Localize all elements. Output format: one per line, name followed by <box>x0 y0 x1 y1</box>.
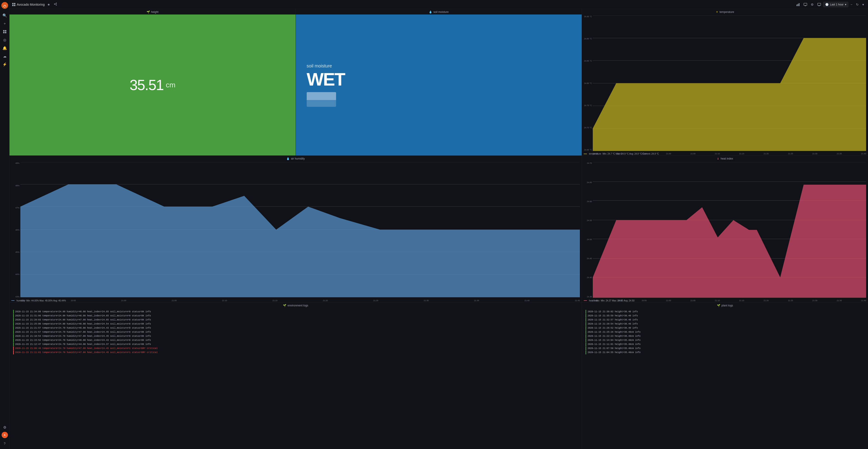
env-log-line: 2020-11-15 21:31:06 temperature=24.90 hu… <box>13 314 578 318</box>
svg-rect-4 <box>3 32 4 33</box>
env-logs-icon: 🌱 <box>283 304 286 307</box>
plus-sidebar-icon[interactable]: ＋ <box>1 20 8 27</box>
plant-log-line: 2020-11-15 21:32:57 height=36.40 info <box>586 318 864 322</box>
humidity-icon: 💧 <box>286 157 290 160</box>
svg-line-9 <box>55 4 56 5</box>
star-button[interactable]: ★ <box>46 2 51 7</box>
svg-point-8 <box>56 4 57 5</box>
log-bar <box>13 342 14 346</box>
svg-rect-14 <box>804 3 807 5</box>
plant-log-text: 2020-11-15 21:04:55 height=35.40cm info <box>588 351 641 354</box>
plant-log-text: 2020-11-15 21:26:52 height=36.40 info <box>588 326 638 330</box>
plant-log-bar <box>586 351 586 354</box>
avatar: A <box>2 432 8 438</box>
svg-rect-11 <box>797 4 797 6</box>
settings-sidebar-icon[interactable]: ⚙ <box>1 424 8 431</box>
plant-logs-title: 🌱 plant logs <box>582 303 868 308</box>
plant-log-bar <box>586 310 586 314</box>
temperature-chart: 24.95 °C 24.90 °C 24.85 °C 24.80 °C 24.7… <box>582 14 868 155</box>
env-log-line: 2020-11-15 21:21:57 temperature=24.70 hu… <box>13 330 578 334</box>
log-text: 2020-11-15 21:09:46 temperature=24.70 hu… <box>15 347 158 350</box>
svg-rect-5 <box>5 32 6 33</box>
time-range-picker[interactable]: 🕐 Last 1 hour ▾ <box>823 2 848 7</box>
log-bar <box>13 338 14 342</box>
monitor-btn[interactable] <box>816 2 822 7</box>
height-value: 35.51 <box>130 77 163 93</box>
plant-log-line: 2020-11-15 21:26:52 height=36.40 info <box>586 326 864 330</box>
env-log-line: 2020-11-15 21:34:09 temperature=24.90 hu… <box>13 310 578 314</box>
temperature-legend: temperature Min: 24.7 °C Max: 24.9 °C Av… <box>584 153 659 155</box>
log-text: 2020-11-15 21:12:47 temperature=24.70 hu… <box>15 342 151 346</box>
help-sidebar-icon[interactable]: ? <box>1 440 8 447</box>
temperature-panel-title: ☀ temperature <box>582 9 868 14</box>
plant-log-line: 2020-11-15 21:25:26 height=36.40cm info <box>586 330 864 334</box>
heat-index-panel-title: 🌡 heat index <box>582 156 868 161</box>
plant-log-bar <box>586 326 586 330</box>
height-panel: 🌱 height 35.51 cm <box>9 9 296 155</box>
plant-log-bar <box>586 330 586 334</box>
env-log-line: 2020-11-15 21:11:01 temperature=24.70 hu… <box>13 351 578 354</box>
dashboard-grid-icon <box>12 3 16 6</box>
log-bar <box>13 322 14 326</box>
log-text: 2020-11-15 21:18:54 temperature=24.70 hu… <box>15 334 151 338</box>
refresh-btn[interactable]: ↻ <box>855 2 860 7</box>
alert-sidebar-icon[interactable]: 🔔 <box>1 44 8 52</box>
air-humidity-panel: 💧 air humidity 49% 48% 47% 46% 45% 44% 4… <box>9 156 582 302</box>
app-title: Avocado Monitoring <box>17 3 44 6</box>
more-btn[interactable]: ▾ <box>861 2 865 7</box>
log-text: 2020-11-15 21:11:01 temperature=24.70 hu… <box>15 351 158 354</box>
heat-index-panel: 🌡 heat index 24.70 24.65 24.60 24.55 24.… <box>582 156 868 302</box>
log-text: 2020-11-15 21:21:57 temperature=24.70 hu… <box>15 330 151 334</box>
dashboard-grid: 🌱 height 35.51 cm 💧 soil moisture soil m… <box>9 9 868 449</box>
plant-log-bar <box>586 342 586 346</box>
zoom-out-btn[interactable]: − <box>849 2 854 7</box>
plant-log-line: 2020-11-15 21:39:02 height=36.40 info <box>586 310 864 314</box>
svg-line-10 <box>55 3 56 4</box>
svg-rect-3 <box>5 30 6 31</box>
cloud-sidebar-icon[interactable]: ☁ <box>1 53 8 60</box>
plant-log-text: 2020-11-15 21:11:01 height=35.40cm info <box>588 342 641 346</box>
plant-log-line: 2020-11-15 21:22:23 height=36.40cm info <box>586 334 864 338</box>
temperature-y-axis: 24.95 °C 24.90 °C 24.85 °C 24.80 °C 24.7… <box>582 16 593 151</box>
plant-logs-content: 2020-11-15 21:39:02 height=36.40 info202… <box>582 308 868 449</box>
log-bar <box>13 330 14 334</box>
share-button[interactable] <box>53 2 58 7</box>
env-log-line: 2020-11-15 21:28:03 temperature=24.90 hu… <box>13 318 578 322</box>
plant-log-bar <box>586 318 586 322</box>
tv-btn[interactable] <box>802 2 808 7</box>
plant-log-bar <box>586 314 586 318</box>
plant-log-text: 2020-11-15 21:14:04 height=35.40cm info <box>588 338 641 342</box>
plant-log-text: 2020-11-15 21:29:54 height=36.40 info <box>588 322 638 326</box>
env-log-line: 2020-11-15 21:18:54 temperature=24.70 hu… <box>13 334 578 338</box>
log-bar <box>13 334 14 338</box>
bolt-sidebar-icon[interactable]: ⚡ <box>1 61 8 68</box>
plant-log-text: 2020-11-15 21:25:26 height=36.40cm info <box>588 330 641 334</box>
settings-btn[interactable]: ⚙ <box>809 2 815 7</box>
plant-log-bar <box>586 322 586 326</box>
temperature-panel: ☀ temperature 24.95 °C 24.90 °C 24.85 °C… <box>582 9 868 155</box>
plant-log-text: 2020-11-15 21:32:57 height=36.40 info <box>588 318 638 322</box>
svg-point-6 <box>56 3 57 4</box>
env-log-line: 2020-11-15 21:21:57 temperature=24.70 hu… <box>13 326 578 330</box>
log-bar <box>13 326 14 330</box>
log-text: 2020-11-15 21:31:06 temperature=24.90 hu… <box>15 314 151 318</box>
dashboard-sidebar-icon[interactable] <box>1 28 8 35</box>
plant-log-line: 2020-11-15 21:29:54 height=36.40 info <box>586 322 864 326</box>
plant-logs-icon: 🌱 <box>717 304 720 307</box>
search-sidebar-icon[interactable]: 🔍 <box>1 12 8 19</box>
plant-log-line: 2020-11-15 21:14:04 height=35.40cm info <box>586 338 864 342</box>
plant-log-line: 2020-11-15 21:04:55 height=35.40cm info <box>586 351 864 354</box>
height-panel-icon: 🌱 <box>147 10 150 13</box>
plant-log-bar <box>586 334 586 338</box>
sidebar: 🔍 ＋ ◎ 🔔 ☁ ⚡ ⚙ A ? <box>0 0 9 449</box>
humidity-x-axis: 20:50 20:55 21:00 21:05 21:10 21:15 21:2… <box>20 299 580 302</box>
log-bar <box>13 314 14 318</box>
soil-label: soil moisture <box>307 63 345 68</box>
chart-type-btn[interactable] <box>795 2 801 7</box>
heat-legend: heat index Min: 24.37 Max: 24.65 Avg: 24… <box>584 299 634 302</box>
explore-sidebar-icon[interactable]: ◎ <box>1 36 8 43</box>
plant-log-text: 2020-11-15 21:22:23 height=36.40cm info <box>588 334 641 338</box>
topbar: Avocado Monitoring ★ ⚙ 🕐 Last 1 hour ▾ − <box>9 0 868 9</box>
topbar-actions: ⚙ 🕐 Last 1 hour ▾ − ↻ ▾ <box>795 2 865 7</box>
temperature-icon: ☀ <box>716 10 718 13</box>
